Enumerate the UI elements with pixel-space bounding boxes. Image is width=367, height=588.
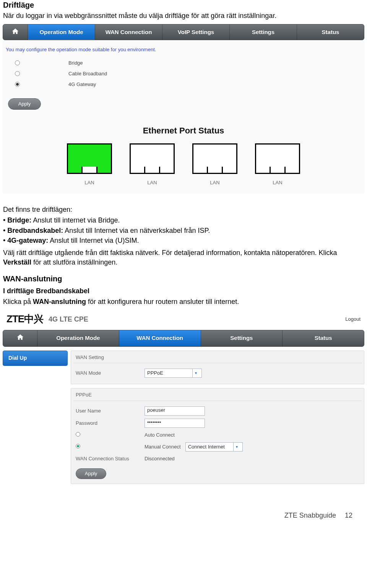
lan-port-3 [192, 143, 237, 174]
chevron-down-icon: ▾ [192, 369, 199, 377]
page-footer: ZTE Snabbguide 12 [0, 511, 367, 528]
chevron-down-icon: ▾ [233, 443, 240, 451]
home-icon [11, 28, 19, 37]
home-icon [16, 333, 24, 343]
select-wan-mode-value: PPPoE [147, 370, 163, 377]
help-text: You may configure the operation mode sui… [6, 46, 361, 53]
radio-label-4g-gateway: 4G Gateway [68, 81, 96, 88]
radio-label-cable-broadband: Cable Broadband [68, 70, 107, 77]
lan-port-1-label: LAN [84, 179, 94, 186]
brand-subtitle: 4G LTE CPE [49, 315, 88, 324]
radio-bridge[interactable] [15, 60, 20, 65]
lan-port-4-label: LAN [273, 179, 282, 186]
bullet-4g-gateway: • 4G-gateway: Anslut till Internet via (… [3, 236, 364, 245]
lan-port-4 [255, 143, 300, 174]
screenshot-wan-connection: ZTE中兴 4G LTE CPE Logout Operation Mode W… [3, 311, 364, 487]
label-wan-connection-status: WAN Connection Status [76, 455, 145, 462]
driftlagen-list: • Bridge: Anslut till internet via Bridg… [3, 216, 364, 245]
wan-anslutning-paragraph: Klicka på WAN-anslutning för att konfigu… [3, 297, 364, 306]
radio-4g-gateway[interactable] [15, 82, 20, 87]
nav2-tab-wan-connection[interactable]: WAN Connection [119, 330, 201, 346]
label-password: Password [76, 420, 145, 427]
ethernet-port-status-title: Ethernet Port Status [5, 125, 362, 136]
label-wan-mode: WAN Mode [76, 370, 145, 377]
apply-button-2[interactable]: Apply [76, 468, 106, 479]
radio-label-bridge: Bridge [68, 60, 83, 67]
apply-button[interactable]: Apply [8, 98, 41, 110]
radio-cable-broadband[interactable] [15, 71, 20, 76]
input-password[interactable]: •••••••• [145, 419, 205, 428]
section-heading-wan-anslutning: WAN-anslutning [3, 274, 364, 284]
footer-text: ZTE Snabbguide [284, 512, 336, 519]
logout-link[interactable]: Logout [345, 316, 361, 323]
input-user-name[interactable]: poeuser [145, 406, 205, 416]
nav2-tab-operation-mode[interactable]: Operation Mode [37, 330, 119, 346]
nav2-tab-settings[interactable]: Settings [201, 330, 283, 346]
value-wan-connection-status: Disconnected [145, 455, 359, 462]
nav2-home[interactable] [3, 330, 37, 346]
bullet-bridge: • Bridge: Anslut till internet via Bridg… [3, 216, 364, 225]
lan-port-3-label: LAN [210, 179, 219, 186]
driftlagen-intro: Det finns tre driftlägen: [3, 205, 364, 214]
nav-tab-status[interactable]: Status [297, 24, 364, 40]
nav-tab-voip-settings[interactable]: VoIP Settings [162, 24, 229, 40]
side-tab-dial-up[interactable]: Dial Up [3, 351, 68, 366]
panel-title-wan-setting: WAN Setting [71, 353, 364, 363]
footer-page-number: 12 [345, 512, 352, 519]
nav2-tab-status[interactable]: Status [283, 330, 364, 346]
verkstall-paragraph: Välj rätt driftläge utgående från ditt f… [3, 248, 364, 267]
lan-port-1 [67, 143, 112, 174]
subheading-bredbandskabel: I driftläge Bredbandskabel [3, 286, 364, 296]
radio-manual-connect[interactable] [76, 444, 80, 448]
lan-port-2-label: LAN [147, 179, 157, 186]
nav-tab-wan-connection[interactable]: WAN Connection [95, 24, 162, 40]
nav-tab-settings[interactable]: Settings [230, 24, 297, 40]
nav-bar-2: Operation Mode WAN Connection Settings S… [3, 330, 364, 347]
label-user-name: User Name [76, 408, 145, 414]
panel-wan-setting: WAN Setting WAN Mode PPPoE ▾ [71, 351, 364, 385]
intro-paragraph: När du loggar in via webbgränssnittet må… [3, 11, 364, 20]
select-manual-connect[interactable]: Connect Internet ▾ [185, 442, 243, 452]
label-auto-connect: Auto Connect [145, 432, 359, 439]
section-heading-driftlage: Driftläge [3, 0, 364, 10]
lan-port-2 [130, 143, 175, 174]
radio-auto-connect[interactable] [76, 432, 80, 437]
nav-tab-operation-mode[interactable]: Operation Mode [28, 24, 95, 40]
panel-title-pppoe: PPPoE [71, 391, 364, 401]
label-manual-connect: Manual Connect [145, 443, 181, 450]
ethernet-ports: LAN LAN LAN LAN [5, 143, 362, 186]
bullet-bredbandskabel: • Bredbandskabel: Anslut till Internet v… [3, 226, 364, 235]
nav-home[interactable] [3, 24, 28, 40]
select-manual-connect-value: Connect Internet [188, 443, 225, 450]
screenshot-operation-mode: Operation Mode WAN Connection VoIP Setti… [3, 24, 364, 193]
operation-mode-options: Bridge Cable Broadband 4G Gateway [15, 58, 362, 90]
nav-bar: Operation Mode WAN Connection VoIP Setti… [3, 24, 364, 40]
brand-logo: ZTE中兴 [6, 312, 43, 326]
panel-pppoe: PPPoE User Name poeuser Password •••••••… [71, 388, 364, 484]
select-wan-mode[interactable]: PPPoE ▾ [145, 369, 202, 378]
